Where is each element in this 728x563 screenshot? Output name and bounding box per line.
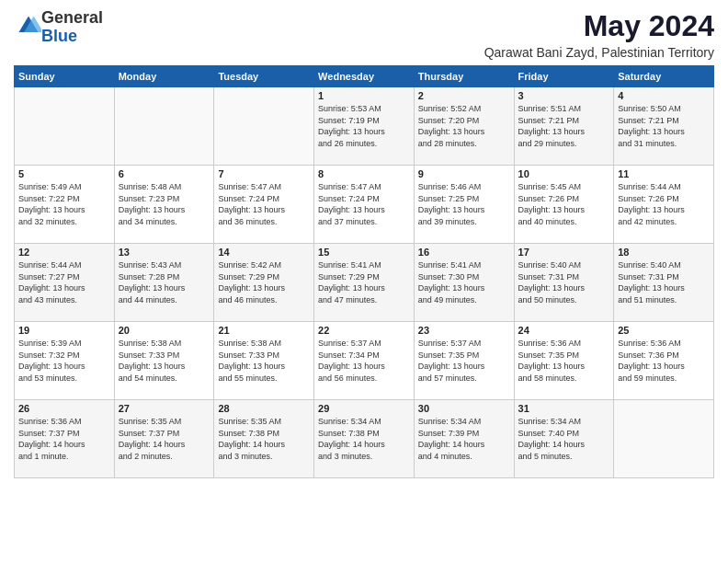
- cell-w3-d2: 13Sunrise: 5:43 AMSunset: 7:28 PMDayligh…: [114, 244, 214, 322]
- cell-line: Daylight: 13 hours: [518, 362, 586, 371]
- day-number: 28: [218, 403, 310, 414]
- cell-line: Sunset: 7:33 PM: [119, 350, 180, 360]
- cell-line: Sunset: 7:35 PM: [418, 350, 480, 360]
- day-number: 30: [418, 403, 510, 414]
- cell-line: Sunrise: 5:35 AM: [218, 417, 281, 426]
- day-number: 1: [318, 90, 410, 101]
- cell-content: Sunrise: 5:40 AMSunset: 7:31 PMDaylight:…: [518, 259, 610, 305]
- cell-line: Daylight: 13 hours: [18, 362, 85, 371]
- cell-w4-d3: 21Sunrise: 5:38 AMSunset: 7:33 PMDayligh…: [214, 322, 314, 400]
- cell-line: Sunrise: 5:48 AM: [119, 182, 182, 191]
- cell-content: Sunrise: 5:52 AMSunset: 7:20 PMDaylight:…: [418, 103, 510, 149]
- cell-line: Sunrise: 5:46 AM: [418, 182, 482, 191]
- cell-line: Daylight: 13 hours: [318, 127, 385, 136]
- cell-line: Sunrise: 5:39 AM: [18, 339, 82, 348]
- cell-line: Sunset: 7:40 PM: [518, 429, 580, 438]
- week-row-1: 1Sunrise: 5:53 AMSunset: 7:19 PMDaylight…: [15, 87, 714, 166]
- cell-line: Daylight: 13 hours: [218, 283, 285, 293]
- cell-content: Sunrise: 5:45 AMSunset: 7:26 PMDaylight:…: [518, 181, 610, 227]
- col-monday: Monday: [114, 66, 214, 87]
- cell-w2-d5: 9Sunrise: 5:46 AMSunset: 7:25 PMDaylight…: [414, 166, 514, 244]
- cell-line: and 44 minutes.: [119, 295, 177, 304]
- cell-w1-d3: [214, 87, 314, 166]
- cell-line: Sunset: 7:30 PM: [418, 272, 480, 282]
- cell-line: Sunrise: 5:37 AM: [418, 339, 482, 348]
- day-number: 31: [518, 403, 610, 414]
- day-number: 6: [119, 168, 210, 179]
- cell-content: Sunrise: 5:44 AMSunset: 7:26 PMDaylight:…: [618, 181, 710, 227]
- cell-w1-d5: 2Sunrise: 5:52 AMSunset: 7:20 PMDaylight…: [414, 87, 514, 166]
- cell-content: Sunrise: 5:43 AMSunset: 7:28 PMDaylight:…: [119, 259, 210, 305]
- header-row: Sunday Monday Tuesday Wednesday Thursday…: [15, 66, 714, 87]
- cell-line: Sunrise: 5:34 AM: [418, 417, 482, 426]
- cell-w3-d7: 18Sunrise: 5:40 AMSunset: 7:31 PMDayligh…: [614, 244, 714, 322]
- cell-line: and 2 minutes.: [119, 452, 173, 461]
- cell-w2-d2: 6Sunrise: 5:48 AMSunset: 7:23 PMDaylight…: [114, 166, 214, 244]
- cell-line: Daylight: 13 hours: [618, 362, 685, 371]
- day-number: 19: [18, 325, 110, 336]
- day-number: 21: [218, 325, 310, 336]
- cell-w1-d6: 3Sunrise: 5:51 AMSunset: 7:21 PMDaylight…: [514, 87, 614, 166]
- cell-w4-d2: 20Sunrise: 5:38 AMSunset: 7:33 PMDayligh…: [114, 322, 214, 400]
- cell-line: Daylight: 13 hours: [418, 362, 485, 371]
- cell-w2-d6: 10Sunrise: 5:45 AMSunset: 7:26 PMDayligh…: [514, 166, 614, 244]
- cell-line: Daylight: 14 hours: [218, 440, 285, 449]
- cell-content: Sunrise: 5:34 AMSunset: 7:40 PMDaylight:…: [518, 416, 610, 462]
- logo-blue: Blue: [41, 27, 77, 45]
- cell-line: Sunset: 7:24 PM: [218, 194, 279, 203]
- week-row-3: 12Sunrise: 5:44 AMSunset: 7:27 PMDayligh…: [15, 244, 714, 322]
- cell-content: Sunrise: 5:44 AMSunset: 7:27 PMDaylight:…: [18, 259, 110, 305]
- cell-line: Sunrise: 5:41 AM: [418, 260, 482, 270]
- cell-line: and 31 minutes.: [618, 139, 677, 148]
- cell-line: and 37 minutes.: [318, 217, 377, 226]
- cell-line: and 59 minutes.: [618, 373, 677, 383]
- cell-line: and 34 minutes.: [119, 217, 177, 226]
- cell-line: Sunset: 7:21 PM: [518, 116, 580, 125]
- cell-content: Sunrise: 5:46 AMSunset: 7:25 PMDaylight:…: [418, 181, 510, 227]
- cell-line: Sunrise: 5:50 AM: [618, 104, 681, 113]
- cell-line: Sunrise: 5:44 AM: [18, 260, 82, 270]
- cell-line: Sunrise: 5:47 AM: [318, 182, 381, 191]
- col-tuesday: Tuesday: [214, 66, 314, 87]
- day-number: 12: [18, 247, 110, 258]
- cell-w1-d4: 1Sunrise: 5:53 AMSunset: 7:19 PMDaylight…: [314, 87, 415, 166]
- cell-line: and 54 minutes.: [119, 373, 177, 383]
- cell-content: Sunrise: 5:39 AMSunset: 7:32 PMDaylight:…: [18, 338, 110, 384]
- cell-line: Sunrise: 5:47 AM: [218, 182, 281, 191]
- cell-w3-d5: 16Sunrise: 5:41 AMSunset: 7:30 PMDayligh…: [414, 244, 514, 322]
- cell-w4-d5: 23Sunrise: 5:37 AMSunset: 7:35 PMDayligh…: [414, 322, 514, 400]
- cell-line: Sunrise: 5:37 AM: [318, 339, 381, 348]
- cell-content: Sunrise: 5:40 AMSunset: 7:31 PMDaylight:…: [618, 259, 710, 305]
- cell-line: Sunrise: 5:34 AM: [518, 417, 582, 426]
- month-title: May 2024: [484, 9, 714, 43]
- cell-line: Sunset: 7:39 PM: [418, 429, 480, 438]
- week-row-2: 5Sunrise: 5:49 AMSunset: 7:22 PMDaylight…: [15, 166, 714, 244]
- week-row-5: 26Sunrise: 5:36 AMSunset: 7:37 PMDayligh…: [15, 400, 714, 478]
- cell-content: Sunrise: 5:38 AMSunset: 7:33 PMDaylight:…: [119, 338, 210, 384]
- cell-line: Sunset: 7:33 PM: [218, 350, 279, 360]
- cell-line: Sunrise: 5:34 AM: [318, 417, 381, 426]
- cell-content: Sunrise: 5:41 AMSunset: 7:29 PMDaylight:…: [318, 259, 410, 305]
- cell-line: Daylight: 13 hours: [318, 283, 385, 293]
- cell-line: Sunset: 7:35 PM: [518, 350, 580, 360]
- cell-w1-d7: 4Sunrise: 5:50 AMSunset: 7:21 PMDaylight…: [614, 87, 714, 166]
- cell-line: Sunset: 7:28 PM: [119, 272, 180, 282]
- day-number: 9: [418, 168, 510, 179]
- day-number: 27: [119, 403, 210, 414]
- cell-line: Sunset: 7:26 PM: [618, 194, 679, 203]
- cell-line: Sunrise: 5:44 AM: [618, 182, 681, 191]
- cell-w3-d3: 14Sunrise: 5:42 AMSunset: 7:29 PMDayligh…: [214, 244, 314, 322]
- logo-text: General Blue: [41, 9, 103, 46]
- cell-line: Daylight: 14 hours: [119, 440, 186, 449]
- cell-w2-d7: 11Sunrise: 5:44 AMSunset: 7:26 PMDayligh…: [614, 166, 714, 244]
- day-number: 13: [119, 247, 210, 258]
- cell-line: Sunrise: 5:45 AM: [518, 182, 582, 191]
- cell-line: Sunrise: 5:40 AM: [518, 260, 582, 270]
- cell-line: and 58 minutes.: [518, 373, 577, 383]
- cell-line: Sunset: 7:23 PM: [119, 194, 180, 203]
- cell-line: and 39 minutes.: [418, 217, 477, 226]
- cell-content: Sunrise: 5:37 AMSunset: 7:34 PMDaylight:…: [318, 338, 410, 384]
- cell-line: Daylight: 13 hours: [318, 205, 385, 214]
- day-number: 17: [518, 247, 610, 258]
- cell-line: Sunrise: 5:51 AM: [518, 104, 582, 113]
